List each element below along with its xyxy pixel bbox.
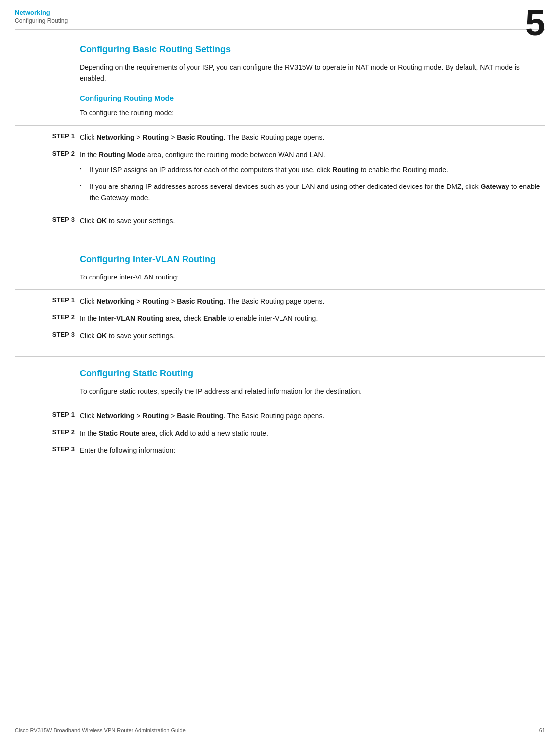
static-step-label-2: STEP 2 bbox=[15, 428, 75, 436]
static-step-content-2: In the Static Route area, click Add to a… bbox=[80, 428, 545, 439]
inter-vlan-step-label-1: STEP 1 bbox=[15, 296, 75, 304]
step-label-1: STEP 1 bbox=[15, 132, 75, 140]
step2-bullet-list: If your ISP assigns an IP address for ea… bbox=[80, 164, 545, 203]
step1-bold-basic: Basic Routing bbox=[177, 133, 223, 141]
bottom-rule-2 bbox=[15, 356, 545, 357]
inter-vlan-title: Configuring Inter-VLAN Routing bbox=[80, 254, 545, 265]
page-wrapper: Networking Configuring Routing 5 Configu… bbox=[0, 0, 560, 743]
static-step-content-3: Enter the following information: bbox=[80, 445, 545, 456]
static-routing-intro: To configure static routes, specify the … bbox=[80, 386, 545, 397]
page-footer: Cisco RV315W Broadband Wireless VPN Rout… bbox=[15, 722, 545, 733]
step-num-2: 2 bbox=[71, 150, 75, 157]
routing-mode-intro: To configure the routing mode: bbox=[80, 107, 545, 118]
inter-vlan-step-row-3: STEP 3 Click OK to save your settings. bbox=[80, 330, 545, 341]
static-step-row-3: STEP 3 Enter the following information: bbox=[80, 445, 545, 456]
ivlan-s2-enable: Enable bbox=[203, 314, 226, 322]
bullet1-bold-routing: Routing bbox=[332, 166, 359, 174]
basic-routing-intro: Depending on the requirements of your IS… bbox=[80, 62, 545, 84]
step3-bold-ok: OK bbox=[96, 217, 107, 225]
step1-bold-networking: Networking bbox=[96, 133, 134, 141]
step-content-1: Click Networking > Routing > Basic Routi… bbox=[80, 132, 545, 143]
inter-vlan-step-label-2: STEP 2 bbox=[15, 313, 75, 321]
step-divider-3 bbox=[15, 404, 545, 404]
static-routing-section: Configuring Static Routing To configure … bbox=[80, 369, 545, 456]
sr-s2-add: Add bbox=[175, 429, 188, 437]
sr-s1-basic: Basic Routing bbox=[177, 412, 223, 420]
basic-routing-section: Configuring Basic Routing Settings Depen… bbox=[80, 44, 545, 227]
step-label-2: STEP 2 bbox=[15, 149, 75, 157]
step1-bold-routing: Routing bbox=[142, 133, 169, 141]
step-word-1: STEP bbox=[52, 132, 69, 140]
step-row-1: STEP 1 Click Networking > Routing > Basi… bbox=[80, 132, 545, 143]
static-step-row-2: STEP 2 In the Static Route area, click A… bbox=[80, 428, 545, 439]
basic-routing-title: Configuring Basic Routing Settings bbox=[80, 44, 545, 55]
routing-mode-title: Configuring Routing Mode bbox=[80, 94, 545, 102]
sr-s1-routing: Routing bbox=[142, 412, 169, 420]
inter-vlan-step-content-1: Click Networking > Routing > Basic Routi… bbox=[80, 296, 545, 307]
sr-s1-networking: Networking bbox=[96, 412, 134, 420]
ivlan-s1-networking: Networking bbox=[96, 297, 134, 305]
inter-vlan-step-label-3: STEP 3 bbox=[15, 330, 75, 338]
inter-vlan-step-row-1: STEP 1 Click Networking > Routing > Basi… bbox=[80, 296, 545, 307]
static-step-content-1: Click Networking > Routing > Basic Routi… bbox=[80, 410, 545, 421]
step-divider-2 bbox=[15, 289, 545, 290]
step-content-2: In the Routing Mode area, configure the … bbox=[80, 149, 545, 210]
inter-vlan-section: Configuring Inter-VLAN Routing To config… bbox=[80, 254, 545, 342]
static-step-label-1: STEP 1 bbox=[15, 410, 75, 418]
header-subtitle: Configuring Routing bbox=[15, 17, 545, 24]
step-word-3: STEP bbox=[52, 216, 69, 223]
ivlan-s3-ok: OK bbox=[96, 332, 107, 340]
bullet-item-2: If you are sharing IP addresses across s… bbox=[80, 181, 545, 203]
inter-vlan-intro: To configure inter-VLAN routing: bbox=[80, 272, 545, 282]
sr-s2-static-route: Static Route bbox=[99, 429, 140, 437]
step-num-3: 3 bbox=[71, 216, 75, 223]
step-row-3: STEP 3 Click OK to save your settings. bbox=[80, 215, 545, 226]
step-word-2: STEP bbox=[52, 150, 69, 157]
step-label-3: STEP 3 bbox=[15, 215, 75, 223]
main-content: Configuring Basic Routing Settings Depen… bbox=[0, 30, 560, 481]
bullet2-bold-gateway: Gateway bbox=[480, 183, 509, 190]
header-networking: Networking bbox=[15, 9, 545, 16]
inter-vlan-step-content-2: In the Inter-VLAN Routing area, check En… bbox=[80, 313, 545, 324]
step-num-1: 1 bbox=[71, 132, 75, 140]
chapter-number: 5 bbox=[525, 5, 545, 41]
step-row-2: STEP 2 In the Routing Mode area, configu… bbox=[80, 149, 545, 210]
page-header: Networking Configuring Routing 5 bbox=[0, 0, 560, 24]
footer-page-number: 61 bbox=[539, 727, 545, 733]
step-divider-1 bbox=[15, 125, 545, 126]
step2-bold-routing-mode: Routing Mode bbox=[99, 151, 145, 159]
ivlan-s2-bold: Inter-VLAN Routing bbox=[99, 314, 164, 322]
ivlan-s1-routing: Routing bbox=[142, 297, 169, 305]
static-routing-title: Configuring Static Routing bbox=[80, 369, 545, 379]
static-step-label-3: STEP 3 bbox=[15, 445, 75, 453]
static-step-row-1: STEP 1 Click Networking > Routing > Basi… bbox=[80, 410, 545, 421]
step-content-3: Click OK to save your settings. bbox=[80, 215, 545, 226]
bullet-item-1: If your ISP assigns an IP address for ea… bbox=[80, 164, 545, 175]
inter-vlan-step-content-3: Click OK to save your settings. bbox=[80, 330, 545, 341]
bottom-rule-1 bbox=[15, 242, 545, 242]
ivlan-s1-basic: Basic Routing bbox=[177, 297, 223, 305]
footer-left-text: Cisco RV315W Broadband Wireless VPN Rout… bbox=[15, 727, 186, 733]
inter-vlan-step-row-2: STEP 2 In the Inter-VLAN Routing area, c… bbox=[80, 313, 545, 324]
